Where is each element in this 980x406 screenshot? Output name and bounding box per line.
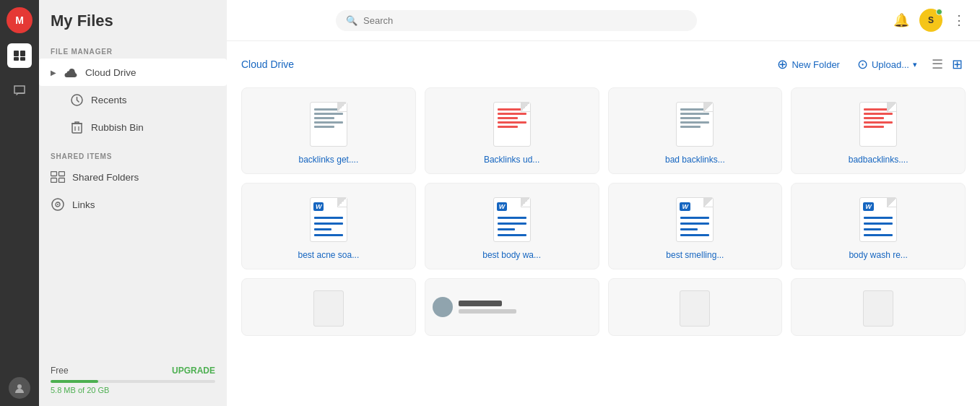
svg-rect-0 xyxy=(14,51,19,56)
file-card-f5[interactable]: W best acne soa... xyxy=(241,183,416,269)
file-name-f3: bad backlinks... xyxy=(665,155,725,165)
avatar-f10 xyxy=(433,297,453,317)
file-card-f3[interactable]: bad backlinks... xyxy=(608,87,783,174)
links-label: Links xyxy=(72,199,95,210)
online-badge xyxy=(936,9,942,15)
cloud-icon xyxy=(64,65,78,79)
share-icon xyxy=(51,170,65,184)
clock-icon xyxy=(69,92,84,107)
file-card-f2[interactable]: Backlinks ud... xyxy=(425,87,599,174)
file-card-f7[interactable]: W best smelling... xyxy=(608,183,783,269)
topbar: 🔍 🔔 S ⋮ xyxy=(227,0,980,41)
storage-bar-background xyxy=(51,380,215,383)
sidebar-item-cloud-drive[interactable]: ▶ Cloud Drive xyxy=(39,59,227,86)
more-options-icon[interactable]: ⋮ xyxy=(953,12,966,28)
svg-point-14 xyxy=(57,204,58,205)
file-card-f12[interactable] xyxy=(791,278,966,336)
svg-point-5 xyxy=(17,384,22,389)
app-icon-profile[interactable] xyxy=(9,377,30,399)
app-icon-main[interactable]: M xyxy=(6,7,32,33)
sidebar-item-links[interactable]: Links xyxy=(39,191,227,218)
section-file-manager: FILE MANAGER xyxy=(39,42,227,59)
content-actions: ⊕ New Folder ⊙ Upload... ▾ ☰ ⊞ xyxy=(771,53,966,76)
sidebar-item-recents[interactable]: Recents xyxy=(39,86,227,113)
file-name-f2: Backlinks ud... xyxy=(484,155,539,165)
user-avatar[interactable]: S xyxy=(919,9,942,32)
trash-icon xyxy=(69,120,84,134)
file-card-f10[interactable] xyxy=(425,278,599,336)
link-icon xyxy=(51,197,65,212)
breadcrumb[interactable]: Cloud Drive xyxy=(241,59,294,70)
svg-rect-2 xyxy=(14,57,19,61)
svg-rect-10 xyxy=(51,178,57,183)
upload-chevron-icon[interactable]: ▾ xyxy=(913,60,917,69)
svg-rect-8 xyxy=(51,172,57,176)
bell-icon[interactable]: 🔔 xyxy=(893,12,909,28)
file-icon-f4 xyxy=(859,100,897,149)
partial-text-f10 xyxy=(459,301,516,314)
upload-icon: ⊙ xyxy=(857,56,868,72)
chevron-icon: ▶ xyxy=(51,69,56,77)
storage-free-label: Free xyxy=(51,366,69,376)
svg-rect-9 xyxy=(59,172,65,176)
section-shared: SHARED ITEMS xyxy=(39,147,227,163)
new-folder-label: New Folder xyxy=(792,59,839,70)
upload-label: Upload... xyxy=(872,59,909,70)
file-icon-f7: W xyxy=(676,195,714,244)
icon-bar: M xyxy=(0,0,39,406)
search-input[interactable] xyxy=(363,15,687,26)
file-grid: backlinks get.... Backlinks ud... xyxy=(241,87,966,336)
file-card-f4[interactable]: badbacklinks.... xyxy=(791,87,966,174)
storage-section: Free UPGRADE 5.8 MB of 20 GB xyxy=(39,357,227,406)
svg-rect-11 xyxy=(59,178,65,183)
file-name-f8: body wash re... xyxy=(849,250,907,260)
file-icon-f2 xyxy=(493,100,531,149)
file-icon-f5: W xyxy=(310,195,347,244)
storage-info-text: 5.8 MB of 20 GB xyxy=(51,386,215,394)
shared-folders-label: Shared Folders xyxy=(72,172,139,183)
grid-view-button[interactable]: ⊞ xyxy=(949,55,966,74)
file-card-f1[interactable]: backlinks get.... xyxy=(241,87,416,174)
file-icon-f3 xyxy=(676,100,714,149)
file-icon-f1 xyxy=(310,100,347,149)
sidebar-item-rubbish-bin[interactable]: Rubbish Bin xyxy=(39,113,227,141)
file-icon-f8: W xyxy=(859,195,897,244)
content-header: Cloud Drive ⊕ New Folder ⊙ Upload... ▾ ☰… xyxy=(241,53,966,76)
svg-rect-7 xyxy=(72,124,82,133)
content-area: Cloud Drive ⊕ New Folder ⊙ Upload... ▾ ☰… xyxy=(227,41,980,406)
cloud-drive-label: Cloud Drive xyxy=(85,67,136,78)
file-name-f1: backlinks get.... xyxy=(299,155,359,165)
storage-bar-fill xyxy=(51,380,98,383)
new-folder-button[interactable]: ⊕ New Folder xyxy=(771,53,845,76)
recents-label: Recents xyxy=(91,95,127,105)
file-card-f9[interactable] xyxy=(241,278,416,336)
main-area: 🔍 🔔 S ⋮ Cloud Drive ⊕ New Folder ⊙ Upl xyxy=(227,0,980,406)
topbar-right: 🔔 S ⋮ xyxy=(893,9,966,32)
new-folder-icon: ⊕ xyxy=(777,56,788,72)
search-box: 🔍 xyxy=(336,10,697,31)
file-card-f8[interactable]: W body wash re... xyxy=(791,183,966,269)
upgrade-button[interactable]: UPGRADE xyxy=(172,366,215,376)
file-name-f5: best acne soa... xyxy=(298,250,360,260)
file-name-f6: best body wa... xyxy=(482,250,541,260)
partial-icon-f11 xyxy=(680,290,710,327)
sidebar-item-shared-folders[interactable]: Shared Folders xyxy=(39,163,227,191)
file-name-f7: best smelling... xyxy=(666,250,724,260)
app-icon-chat[interactable] xyxy=(6,78,32,104)
svg-rect-1 xyxy=(20,51,25,56)
svg-rect-3 xyxy=(20,57,25,61)
view-toggle: ☰ ⊞ xyxy=(929,55,966,74)
rubbish-bin-label: Rubbish Bin xyxy=(91,122,144,133)
app-icon-files[interactable] xyxy=(7,43,32,68)
file-card-f6[interactable]: W best body wa... xyxy=(425,183,599,269)
file-card-f11[interactable] xyxy=(608,278,783,336)
search-icon: 🔍 xyxy=(346,15,357,26)
partial-icon-f9 xyxy=(313,290,344,327)
sidebar: My Files FILE MANAGER ▶ Cloud Drive Rece… xyxy=(39,0,227,406)
upload-button[interactable]: ⊙ Upload... ▾ xyxy=(851,53,923,76)
file-icon-f6: W xyxy=(493,195,531,244)
partial-icon-f12 xyxy=(863,290,893,327)
list-view-button[interactable]: ☰ xyxy=(929,55,946,74)
file-name-f4: badbacklinks.... xyxy=(849,155,909,165)
sidebar-title: My Files xyxy=(39,12,227,42)
